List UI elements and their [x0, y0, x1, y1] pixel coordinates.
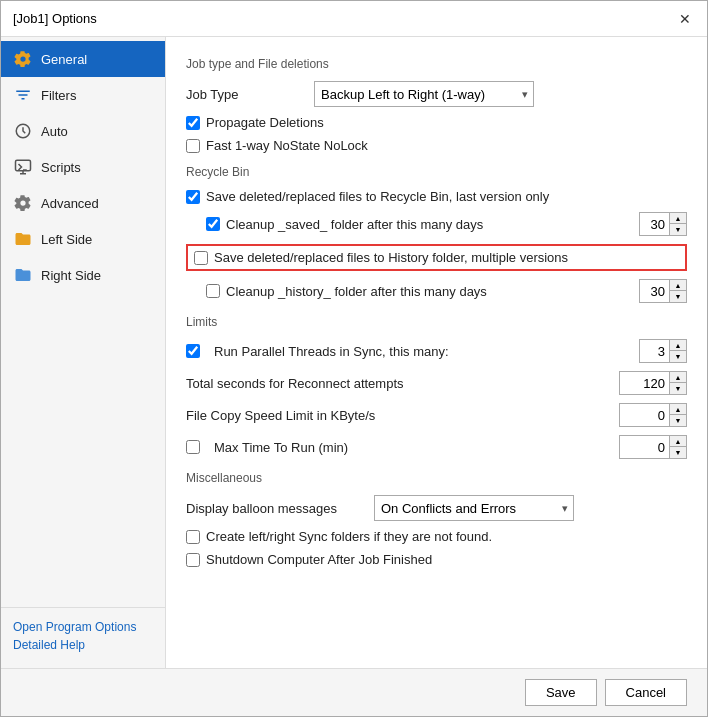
copy-speed-label: File Copy Speed Limit in KByte/s: [186, 408, 611, 423]
copy-speed-spin-down[interactable]: ▼: [670, 415, 686, 426]
cleanup-saved-spin-up[interactable]: ▲: [670, 213, 686, 224]
save-history-label: Save deleted/replaced files to History f…: [214, 250, 568, 265]
copy-speed-spin: ▲ ▼: [619, 403, 687, 427]
max-time-input[interactable]: [619, 435, 669, 459]
sidebar-item-label-advanced: Advanced: [41, 196, 99, 211]
balloon-select[interactable]: Never Always On Conflicts and Errors: [374, 495, 574, 521]
parallel-input[interactable]: [639, 339, 669, 363]
parallel-spinbtns: ▲ ▼: [669, 339, 687, 363]
reconnect-row: Total seconds for Reconnect attempts ▲ ▼: [186, 371, 687, 395]
sidebar-item-scripts[interactable]: Scripts: [1, 149, 165, 185]
fast-nostate-row: Fast 1-way NoState NoLock: [186, 138, 687, 153]
job-type-select[interactable]: Backup Left to Right (1-way) Backup Righ…: [314, 81, 534, 107]
cleanup-history-input[interactable]: [639, 279, 669, 303]
sidebar-item-filters[interactable]: Filters: [1, 77, 165, 113]
cleanup-saved-row: Cleanup _saved_ folder after this many d…: [206, 212, 687, 236]
max-time-spin-down[interactable]: ▼: [670, 447, 686, 458]
cleanup-saved-spinbtns: ▲ ▼: [669, 212, 687, 236]
reconnect-spin: ▲ ▼: [619, 371, 687, 395]
sidebar-item-right-side[interactable]: Right Side: [1, 257, 165, 293]
terminal-icon: [13, 157, 33, 177]
save-deleted-recycle-checkbox[interactable]: [186, 190, 200, 204]
create-sync-folders-label: Create left/right Sync folders if they a…: [206, 529, 492, 544]
propagate-deletions-checkbox[interactable]: [186, 116, 200, 130]
cleanup-history-spin-down[interactable]: ▼: [670, 291, 686, 302]
dialog-body: General Filters Auto Scrip: [1, 37, 707, 668]
close-button[interactable]: ✕: [675, 9, 695, 29]
run-parallel-label: Run Parallel Threads in Sync, this many:: [214, 344, 631, 359]
cancel-button[interactable]: Cancel: [605, 679, 687, 706]
parallel-spin-up[interactable]: ▲: [670, 340, 686, 351]
create-sync-folders-checkbox[interactable]: [186, 530, 200, 544]
open-program-options-link[interactable]: Open Program Options: [13, 620, 153, 634]
job-type-label: Job Type: [186, 87, 306, 102]
job-type-dropdown-wrapper[interactable]: Backup Left to Right (1-way) Backup Righ…: [314, 81, 534, 107]
cleanup-history-checkbox[interactable]: [206, 284, 220, 298]
run-parallel-checkbox[interactable]: [186, 344, 200, 358]
reconnect-spin-down[interactable]: ▼: [670, 383, 686, 394]
section-job-type-title: Job type and File deletions: [186, 57, 687, 71]
max-time-checkbox[interactable]: [186, 440, 200, 454]
reconnect-spin-up[interactable]: ▲: [670, 372, 686, 383]
max-time-spinbtns: ▲ ▼: [669, 435, 687, 459]
shutdown-row: Shutdown Computer After Job Finished: [186, 552, 687, 567]
sidebar-bottom: Open Program Options Detailed Help: [1, 607, 165, 668]
cleanup-history-spin: ▲ ▼: [639, 279, 687, 303]
cog-icon: [13, 193, 33, 213]
cleanup-history-label: Cleanup _history_ folder after this many…: [226, 284, 487, 299]
window-title: [Job1] Options: [13, 11, 97, 26]
dialog-footer: Save Cancel: [1, 668, 707, 716]
cleanup-saved-spin-down[interactable]: ▼: [670, 224, 686, 235]
job-type-row: Job Type Backup Left to Right (1-way) Ba…: [186, 81, 687, 107]
shutdown-checkbox[interactable]: [186, 553, 200, 567]
copy-speed-spinbtns: ▲ ▼: [669, 403, 687, 427]
sidebar-item-label-right-side: Right Side: [41, 268, 101, 283]
sidebar-item-label-general: General: [41, 52, 87, 67]
sidebar-item-advanced[interactable]: Advanced: [1, 185, 165, 221]
copy-speed-row: File Copy Speed Limit in KByte/s ▲ ▼: [186, 403, 687, 427]
folder-left-icon: [13, 229, 33, 249]
parallel-spin-down[interactable]: ▼: [670, 351, 686, 362]
max-time-label: Max Time To Run (min): [214, 440, 611, 455]
section-recycle-bin-title: Recycle Bin: [186, 165, 687, 179]
reconnect-spinbtns: ▲ ▼: [669, 371, 687, 395]
detailed-help-link[interactable]: Detailed Help: [13, 638, 153, 652]
gear-icon: [13, 49, 33, 69]
filter-icon: [13, 85, 33, 105]
fast-nostate-checkbox[interactable]: [186, 139, 200, 153]
sidebar-item-label-scripts: Scripts: [41, 160, 81, 175]
cleanup-saved-spin: ▲ ▼: [639, 212, 687, 236]
save-deleted-recycle-row: Save deleted/replaced files to Recycle B…: [186, 189, 687, 204]
cleanup-history-row: Cleanup _history_ folder after this many…: [206, 279, 687, 303]
save-history-checkbox[interactable]: [194, 251, 208, 265]
parallel-spin: ▲ ▼: [639, 339, 687, 363]
clock-icon: [13, 121, 33, 141]
run-parallel-row: Run Parallel Threads in Sync, this many:…: [186, 339, 687, 363]
reconnect-label: Total seconds for Reconnect attempts: [186, 376, 611, 391]
copy-speed-input[interactable]: [619, 403, 669, 427]
section-limits-title: Limits: [186, 315, 687, 329]
fast-nostate-label: Fast 1-way NoState NoLock: [206, 138, 368, 153]
sidebar-item-label-auto: Auto: [41, 124, 68, 139]
copy-speed-spin-up[interactable]: ▲: [670, 404, 686, 415]
max-time-row: Max Time To Run (min) ▲ ▼: [186, 435, 687, 459]
shutdown-label: Shutdown Computer After Job Finished: [206, 552, 432, 567]
save-history-row: Save deleted/replaced files to History f…: [186, 244, 687, 271]
display-balloon-label: Display balloon messages: [186, 501, 366, 516]
display-balloon-row: Display balloon messages Never Always On…: [186, 495, 687, 521]
sidebar-item-general[interactable]: General: [1, 41, 165, 77]
reconnect-input[interactable]: [619, 371, 669, 395]
balloon-dropdown-wrapper[interactable]: Never Always On Conflicts and Errors: [374, 495, 574, 521]
sidebar-item-left-side[interactable]: Left Side: [1, 221, 165, 257]
cleanup-history-spin-up[interactable]: ▲: [670, 280, 686, 291]
sidebar-item-auto[interactable]: Auto: [1, 113, 165, 149]
main-content: Job type and File deletions Job Type Bac…: [166, 37, 707, 668]
save-button[interactable]: Save: [525, 679, 597, 706]
sidebar-item-label-left-side: Left Side: [41, 232, 92, 247]
propagate-deletions-row: Propagate Deletions: [186, 115, 687, 130]
section-misc-title: Miscellaneous: [186, 471, 687, 485]
propagate-deletions-label: Propagate Deletions: [206, 115, 324, 130]
max-time-spin-up[interactable]: ▲: [670, 436, 686, 447]
cleanup-saved-input[interactable]: [639, 212, 669, 236]
cleanup-saved-checkbox[interactable]: [206, 217, 220, 231]
